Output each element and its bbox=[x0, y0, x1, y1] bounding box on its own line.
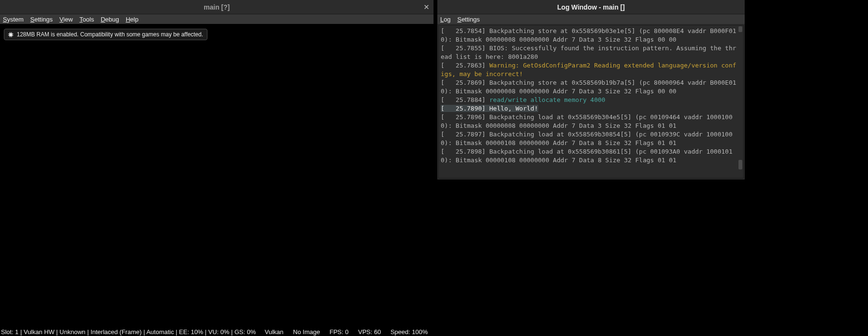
svg-rect-0 bbox=[9, 33, 12, 36]
log-line: [ 25.7884] bbox=[441, 96, 489, 103]
menu-system[interactable]: System bbox=[3, 16, 23, 23]
status-image: No Image bbox=[288, 328, 325, 336]
status-left: Slot: 1 | Vulkan HW | Unknown | Interlac… bbox=[1, 328, 256, 336]
log-line: [ 25.7869] Backpatching store at 0x55856… bbox=[441, 79, 736, 95]
log-line: [ 25.7863] bbox=[441, 62, 489, 69]
main-menubar: System Settings View Tools Debug Help bbox=[0, 14, 434, 24]
close-icon: ✕ bbox=[423, 3, 430, 11]
close-button[interactable]: ✕ bbox=[419, 0, 434, 14]
status-speed: Speed: 100% bbox=[386, 328, 433, 336]
log-line: [ 25.7898] Backpatching load at 0x558569… bbox=[441, 148, 732, 164]
toast-text: 128MB RAM is enabled. Compatibility with… bbox=[17, 31, 203, 38]
ram-chip-icon bbox=[7, 31, 14, 38]
menu-view[interactable]: View bbox=[59, 16, 73, 23]
menu-settings[interactable]: Settings bbox=[30, 16, 53, 23]
main-title: main [?] bbox=[0, 3, 434, 11]
status-renderer: Vulkan bbox=[260, 328, 288, 336]
log-menubar: Log Settings bbox=[437, 14, 745, 24]
toast-notice: 128MB RAM is enabled. Compatibility with… bbox=[4, 29, 207, 40]
scrollbar-thumb[interactable] bbox=[738, 160, 742, 169]
log-scrollbar[interactable] bbox=[738, 25, 743, 178]
status-fps: FPS: 0 bbox=[325, 328, 353, 336]
log-window: Log Window - main [] Log Settings [ 25.7… bbox=[437, 0, 745, 179]
main-window: main [?] ✕ System Settings View Tools De… bbox=[0, 0, 434, 336]
log-line: [ 25.7890] Hello, World! bbox=[441, 105, 538, 112]
log-line: read/write allocate memory 4000 bbox=[489, 96, 606, 103]
statusbar: Slot: 1 | Vulkan HW | Unknown | Interlac… bbox=[0, 327, 434, 336]
main-titlebar[interactable]: main [?] ✕ bbox=[0, 0, 434, 14]
log-body: [ 25.7854] Backpatching store at 0x55856… bbox=[438, 25, 744, 179]
status-vps: VPS: 60 bbox=[353, 328, 386, 336]
log-line: [ 25.7897] Backpatching load at 0x558569… bbox=[441, 131, 732, 146]
log-titlebar[interactable]: Log Window - main [] bbox=[437, 0, 745, 14]
menu-tools[interactable]: Tools bbox=[79, 16, 94, 23]
menu-log-settings[interactable]: Settings bbox=[457, 16, 480, 23]
log-text[interactable]: [ 25.7854] Backpatching store at 0x55856… bbox=[441, 27, 737, 177]
menu-help[interactable]: Help bbox=[126, 16, 139, 23]
log-line: [ 25.7854] Backpatching store at 0x55856… bbox=[441, 27, 736, 43]
log-title: Log Window - main [] bbox=[437, 3, 745, 11]
menu-log[interactable]: Log bbox=[440, 16, 451, 23]
scrollbar-thumb[interactable] bbox=[738, 26, 742, 32]
viewport[interactable]: 128MB RAM is enabled. Compatibility with… bbox=[0, 24, 434, 327]
menu-debug[interactable]: Debug bbox=[101, 16, 119, 23]
log-line: [ 25.7855] BIOS: Successfully found the … bbox=[441, 45, 736, 60]
log-line: [ 25.7896] Backpatching load at 0x558569… bbox=[441, 113, 732, 129]
